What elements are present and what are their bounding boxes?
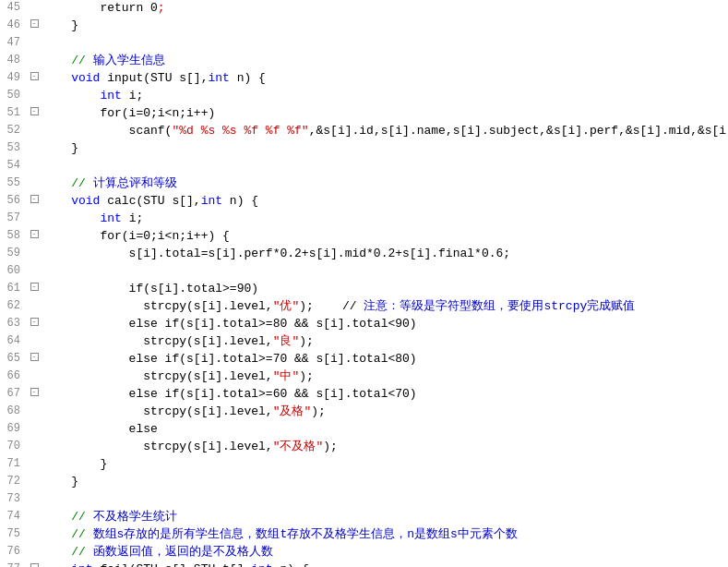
code-content: void input(STU s[],int n) { [41, 70, 728, 88]
code-content: else if(s[i].total>=80 && s[i].total<90) [41, 316, 728, 333]
line-row: 61- if(s[i].total>=90) [0, 281, 728, 298]
code-editor: 45 return 0;46- }47 48 // 输入学生信息49- void… [0, 0, 728, 567]
fold-icon[interactable]: - [28, 70, 41, 84]
line-number: 74 [0, 509, 28, 525]
line-row: 54 [0, 158, 728, 175]
code-content: else if(s[i].total>=60 && s[i].total<70) [41, 386, 728, 404]
code-content: for(i=0;i<n;i++) [41, 105, 728, 123]
line-number: 62 [0, 298, 28, 314]
line-row: 48 // 输入学生信息 [0, 53, 728, 70]
code-content [41, 263, 728, 281]
line-number: 73 [0, 491, 28, 507]
line-row: 66 strcpy(s[i].level,"中"); [0, 368, 728, 386]
code-content: int i; [41, 211, 728, 228]
code-content: // 计算总评和等级 [41, 175, 728, 193]
line-row: 70 strcpy(s[i].level,"不及格"); [0, 439, 728, 456]
line-number: 76 [0, 544, 28, 560]
code-content: int fail(STU s[],STU t[],int n) { [41, 561, 728, 567]
code-content: // 数组s存放的是所有学生信息，数组t存放不及格学生信息，n是数组s中元素个数 [41, 526, 728, 544]
line-number: 49 [0, 70, 28, 86]
code-content: void calc(STU s[],int n) { [41, 193, 728, 211]
line-row: 51- for(i=0;i<n;i++) [0, 105, 728, 123]
code-content: for(i=0;i<n;i++) { [41, 228, 728, 246]
line-row: 63- else if(s[i].total>=80 && s[i].total… [0, 316, 728, 333]
line-number: 75 [0, 526, 28, 542]
line-row: 47 [0, 35, 728, 53]
line-row: 60 [0, 263, 728, 281]
line-row: 62 strcpy(s[i].level,"优"); // 注意：等级是字符型数… [0, 298, 728, 316]
line-number: 47 [0, 35, 28, 51]
fold-icon[interactable]: - [28, 351, 41, 365]
line-number: 56 [0, 193, 28, 209]
line-number: 67 [0, 386, 28, 402]
line-row: 75 // 数组s存放的是所有学生信息，数组t存放不及格学生信息，n是数组s中元… [0, 526, 728, 544]
line-number: 61 [0, 281, 28, 296]
line-row: 68 strcpy(s[i].level,"及格"); [0, 404, 728, 421]
line-row: 58- for(i=0;i<n;i++) { [0, 228, 728, 246]
line-number: 72 [0, 474, 28, 489]
code-content: // 函数返回值，返回的是不及格人数 [41, 544, 728, 561]
line-number: 77 [0, 561, 28, 567]
line-number: 50 [0, 88, 28, 103]
line-row: 65- else if(s[i].total>=70 && s[i].total… [0, 351, 728, 368]
line-number: 64 [0, 333, 28, 349]
line-number: 66 [0, 368, 28, 384]
line-row: 74 // 不及格学生统计 [0, 509, 728, 526]
fold-icon[interactable]: - [28, 316, 41, 330]
fold-icon[interactable]: - [28, 281, 41, 295]
line-row: 77- int fail(STU s[],STU t[],int n) { [0, 561, 728, 567]
line-row: 59 s[i].total=s[i].perf*0.2+s[i].mid*0.2… [0, 246, 728, 263]
code-content [41, 491, 728, 509]
line-number: 60 [0, 263, 28, 279]
line-row: 46- } [0, 18, 728, 35]
code-content [41, 35, 728, 53]
code-content: strcpy(s[i].level,"良"); [41, 333, 728, 351]
line-number: 55 [0, 175, 28, 191]
code-content: strcpy(s[i].level,"中"); [41, 368, 728, 386]
line-row: 53 } [0, 140, 728, 158]
line-number: 68 [0, 404, 28, 419]
fold-icon[interactable]: - [28, 18, 41, 31]
line-number: 71 [0, 456, 28, 472]
fold-icon[interactable]: - [28, 228, 41, 242]
code-content [41, 158, 728, 175]
line-row: 73 [0, 491, 728, 509]
line-row: 57 int i; [0, 211, 728, 228]
code-content: } [41, 474, 728, 491]
line-number: 46 [0, 18, 28, 33]
line-number: 51 [0, 105, 28, 121]
code-content: else if(s[i].total>=70 && s[i].total<80) [41, 351, 728, 368]
line-row: 71 } [0, 456, 728, 474]
code-content: else [41, 421, 728, 439]
fold-icon[interactable]: - [28, 561, 41, 567]
code-content: s[i].total=s[i].perf*0.2+s[i].mid*0.2+s[… [41, 246, 728, 263]
code-content: if(s[i].total>=90) [41, 281, 728, 298]
line-number: 65 [0, 351, 28, 367]
code-content: strcpy(s[i].level,"优"); // 注意：等级是字符型数组，要… [41, 298, 728, 316]
code-content: } [41, 18, 728, 35]
line-row: 76 // 函数返回值，返回的是不及格人数 [0, 544, 728, 561]
fold-icon[interactable]: - [28, 193, 41, 207]
fold-icon[interactable]: - [28, 105, 41, 119]
code-content: // 不及格学生统计 [41, 509, 728, 526]
code-content: int i; [41, 88, 728, 105]
line-number: 58 [0, 228, 28, 244]
fold-icon[interactable]: - [28, 386, 41, 400]
line-row: 55 // 计算总评和等级 [0, 175, 728, 193]
line-number: 48 [0, 53, 28, 68]
code-content: // 输入学生信息 [41, 53, 728, 70]
line-row: 72 } [0, 474, 728, 491]
line-row: 69 else [0, 421, 728, 439]
code-content: } [41, 140, 728, 158]
line-row: 49- void input(STU s[],int n) { [0, 70, 728, 88]
line-number: 70 [0, 439, 28, 454]
code-content: scanf("%d %s %s %f %f %f",&s[i].id,s[i].… [41, 123, 728, 140]
code-content: strcpy(s[i].level,"及格"); [41, 404, 728, 421]
line-number: 54 [0, 158, 28, 174]
code-content: strcpy(s[i].level,"不及格"); [41, 439, 728, 456]
line-row: 45 return 0; [0, 0, 728, 18]
line-number: 63 [0, 316, 28, 332]
line-number: 57 [0, 211, 28, 226]
line-row: 64 strcpy(s[i].level,"良"); [0, 333, 728, 351]
code-content: return 0; [41, 0, 728, 18]
